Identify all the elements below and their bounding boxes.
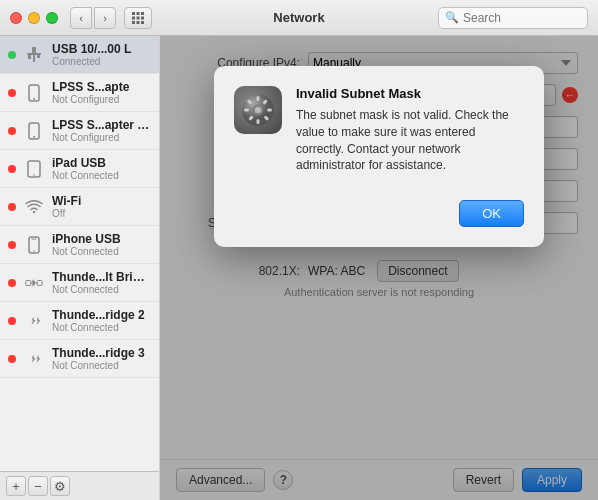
sidebar-item-thunder3[interactable]: Thunde...ridge 3 Not Connected [0, 340, 159, 378]
sidebar-item-thunder2[interactable]: Thunde...ridge 2 Not Connected [0, 302, 159, 340]
svg-rect-4 [137, 16, 140, 19]
net-status-thunder3: Not Connected [52, 360, 151, 371]
net-status-thunder1: Not Connected [52, 284, 151, 295]
back-button[interactable]: ‹ [70, 7, 92, 29]
phone-icon-lpss1 [22, 81, 46, 105]
svg-marker-31 [36, 316, 40, 324]
net-info-lpss1: LPSS S...apte Not Configured [52, 80, 151, 105]
svg-rect-24 [26, 280, 31, 285]
svg-rect-10 [27, 53, 41, 55]
ok-button[interactable]: OK [459, 200, 524, 227]
remove-network-button[interactable]: − [28, 476, 48, 496]
modal-dialog: Invalid Subnet Mask The subnet mask is n… [214, 66, 544, 247]
status-dot-lpss1 [8, 89, 16, 97]
net-status-wifi: Off [52, 208, 151, 219]
net-name-iphoneusb: iPhone USB [52, 232, 151, 246]
sidebar-item-iphoneusb[interactable]: iPhone USB Not Connected [0, 226, 159, 264]
settings-network-button[interactable]: ⚙ [50, 476, 70, 496]
status-dot-lpss2 [8, 127, 16, 135]
svg-rect-7 [137, 21, 140, 24]
svg-rect-23 [32, 238, 37, 239]
svg-rect-28 [37, 280, 42, 285]
search-icon: 🔍 [445, 11, 459, 24]
status-dot-usb10 [8, 51, 16, 59]
status-dot-ipadusb [8, 165, 16, 173]
modal-icon [234, 86, 282, 134]
svg-rect-3 [132, 16, 135, 19]
svg-rect-36 [257, 96, 260, 101]
svg-rect-2 [141, 12, 144, 15]
sidebar-item-lpss1[interactable]: LPSS S...apte Not Configured [0, 74, 159, 112]
iphone-icon [22, 233, 46, 257]
sidebar-toolbar: + − ⚙ [0, 471, 159, 500]
modal-overlay: Invalid Subnet Mask The subnet mask is n… [160, 36, 598, 500]
sidebar-item-wifi[interactable]: Wi-Fi Off [0, 188, 159, 226]
grid-button[interactable] [124, 7, 152, 29]
thunderbolt-icon-1 [22, 271, 46, 295]
phone-icon-lpss2 [22, 119, 46, 143]
net-name-wifi: Wi-Fi [52, 194, 151, 208]
sidebar-item-ipadusb[interactable]: iPad USB Not Connected [0, 150, 159, 188]
svg-rect-9 [32, 47, 36, 53]
close-button[interactable] [10, 12, 22, 24]
svg-marker-32 [32, 354, 36, 362]
add-network-button[interactable]: + [6, 476, 26, 496]
nav-buttons: ‹ › [70, 7, 116, 29]
traffic-lights [10, 12, 58, 24]
net-status-lpss1: Not Configured [52, 94, 151, 105]
network-panel: Configure IPv4: Manually Using DHCP Usin… [160, 36, 598, 500]
modal-body: The subnet mask is not valid. Check the … [296, 107, 524, 174]
net-info-lpss2: LPSS S...apter (2) Not Configured [52, 118, 151, 143]
svg-marker-33 [36, 354, 40, 362]
svg-point-19 [33, 174, 35, 176]
usb-icon [22, 43, 46, 67]
wifi-icon [22, 195, 46, 219]
forward-button[interactable]: › [94, 7, 116, 29]
svg-marker-30 [32, 316, 36, 324]
svg-rect-37 [257, 119, 260, 124]
net-info-iphoneusb: iPhone USB Not Connected [52, 232, 151, 257]
net-status-lpss2: Not Configured [52, 132, 151, 143]
net-name-lpss1: LPSS S...apte [52, 80, 151, 94]
status-dot-wifi [8, 203, 16, 211]
net-info-thunder2: Thunde...ridge 2 Not Connected [52, 308, 151, 333]
thunderbolt-icon-2 [22, 309, 46, 333]
svg-point-17 [33, 136, 35, 138]
svg-rect-38 [244, 109, 249, 112]
net-name-thunder1: Thunde...lt Bridge [52, 270, 151, 284]
status-dot-iphoneusb [8, 241, 16, 249]
net-name-lpss2: LPSS S...apter (2) [52, 118, 151, 132]
svg-rect-0 [132, 12, 135, 15]
svg-point-20 [33, 210, 35, 212]
window-title: Network [273, 10, 324, 25]
maximize-button[interactable] [46, 12, 58, 24]
net-name-thunder3: Thunde...ridge 3 [52, 346, 151, 360]
sidebar-item-lpss2[interactable]: LPSS S...apter (2) Not Configured [0, 112, 159, 150]
svg-point-45 [255, 107, 261, 113]
minimize-button[interactable] [28, 12, 40, 24]
status-dot-thunder1 [8, 279, 16, 287]
net-info-wifi: Wi-Fi Off [52, 194, 151, 219]
thunderbolt-icon-3 [22, 347, 46, 371]
svg-rect-6 [132, 21, 135, 24]
net-name-usb10: USB 10/...00 L [52, 42, 151, 56]
net-status-usb10: Connected [52, 56, 151, 67]
svg-rect-13 [33, 55, 35, 62]
svg-rect-12 [37, 55, 40, 58]
net-status-iphoneusb: Not Connected [52, 246, 151, 257]
net-status-ipadusb: Not Connected [52, 170, 151, 181]
net-info-ipadusb: iPad USB Not Connected [52, 156, 151, 181]
svg-rect-11 [28, 55, 31, 59]
search-bar[interactable]: 🔍 [438, 7, 588, 29]
sidebar-item-usb10[interactable]: USB 10/...00 L Connected [0, 36, 159, 74]
main-area: USB 10/...00 L Connected LPSS S...apte N… [0, 36, 598, 500]
net-info-usb10: USB 10/...00 L Connected [52, 42, 151, 67]
modal-text-block: Invalid Subnet Mask The subnet mask is n… [296, 86, 524, 174]
net-name-ipadusb: iPad USB [52, 156, 151, 170]
modal-title: Invalid Subnet Mask [296, 86, 524, 101]
net-info-thunder3: Thunde...ridge 3 Not Connected [52, 346, 151, 371]
sidebar-item-thunder1[interactable]: Thunde...lt Bridge Not Connected [0, 264, 159, 302]
svg-rect-1 [137, 12, 140, 15]
search-input[interactable] [463, 11, 581, 25]
status-dot-thunder3 [8, 355, 16, 363]
